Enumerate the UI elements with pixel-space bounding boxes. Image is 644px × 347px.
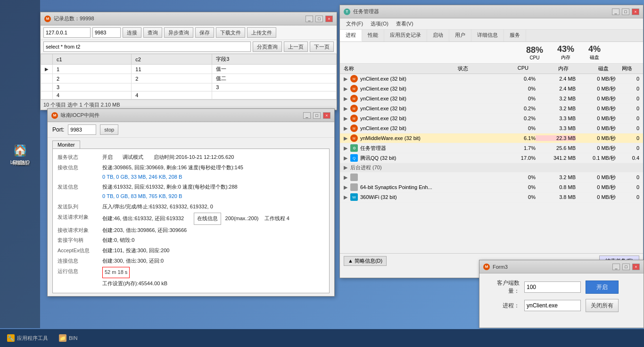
save-button[interactable]: 保存	[195, 27, 214, 38]
port-input[interactable]	[92, 27, 121, 38]
iocp-port-input[interactable]	[68, 124, 96, 135]
tab-performance[interactable]: 性能	[362, 30, 384, 41]
expand-icon[interactable]: ▶	[344, 145, 350, 151]
proc-disk-4: 0 MB/秒	[576, 115, 616, 122]
cell-c2: 11	[132, 65, 212, 74]
acceptex-label: AcceptEx信息	[58, 246, 95, 256]
summary-button[interactable]: ▲ 简略信息(D)	[344, 256, 387, 266]
proc-icon-3: M	[350, 105, 358, 112]
menu-options[interactable]: 选项(O)	[367, 19, 392, 28]
upload-button[interactable]: 上传文件	[247, 27, 276, 38]
col-status[interactable]: 状态	[458, 65, 488, 72]
taskman-minimize[interactable]: _	[612, 8, 619, 15]
async-query-button[interactable]: 异步查询	[164, 27, 193, 38]
main-title-icon: M	[44, 16, 51, 22]
menu-view[interactable]: 查看(V)	[392, 19, 417, 28]
col-c3[interactable]: 字段3	[212, 54, 337, 65]
expand-icon[interactable]: ▶	[344, 96, 350, 102]
form3-minimize[interactable]: _	[612, 264, 620, 270]
tab-app-history[interactable]: 应用历史记录	[384, 30, 427, 41]
close-all-button[interactable]: 关闭所有	[586, 299, 619, 312]
table-row[interactable]: ▶ M ynClient.exe (32 bit) 0.2% 3.2 MB 0 …	[340, 104, 643, 114]
monitor-tab[interactable]: Moniter	[52, 140, 80, 149]
tab-process[interactable]: 进程	[340, 30, 362, 41]
iocp-minimize[interactable]: _	[303, 112, 311, 119]
cell-c2	[132, 83, 212, 91]
query-button[interactable]: 查询	[143, 27, 162, 38]
sidebar-item-homegroup[interactable]: 🏠 家庭组	[11, 141, 30, 168]
row-indicator: ▶	[41, 65, 53, 74]
process-input[interactable]	[524, 300, 581, 311]
download-button[interactable]: 下载文件	[216, 27, 245, 38]
table-row[interactable]: ▶ M ynClient.exe (32 bit) 0.4% 2.4 MB 0 …	[340, 74, 643, 84]
taskman-menubar: 文件(F) 选项(O) 查看(V)	[340, 18, 643, 30]
proc-net-bg0: 0	[616, 174, 639, 180]
iocp-restore[interactable]: □	[313, 112, 321, 119]
table-row[interactable]: 2 2 值二	[41, 74, 337, 83]
taskbar-app-tool[interactable]: 🔧 应用程序工具	[2, 330, 53, 346]
restore-button[interactable]: □	[315, 16, 323, 22]
table-row[interactable]: ▶ 0% 3.2 MB 0 MB/秒 0	[340, 173, 643, 182]
proc-net-bg2: 0	[616, 194, 639, 200]
tab-services[interactable]: 服务	[504, 30, 526, 41]
iocp-close[interactable]: ×	[323, 112, 330, 119]
table-row[interactable]: ▶ W 360WiFi (32 bit) 0% 3.8 MB 0 MB/秒 0	[340, 192, 643, 202]
page-query-button[interactable]: 分页查询	[253, 41, 282, 52]
col-cpu[interactable]: CPU	[488, 65, 528, 72]
proc-name-6: ynMiddleWare.exe (32 bit)	[360, 135, 465, 141]
col-network[interactable]: 网络	[609, 65, 632, 72]
expand-icon[interactable]: ▶	[344, 194, 350, 200]
tab-details[interactable]: 详细信息	[471, 30, 504, 41]
expand-icon[interactable]: ▶	[344, 155, 350, 161]
table-row[interactable]: ▶ M ynClient.exe (32 bit) 0% 2.4 MB 0 MB…	[340, 84, 643, 94]
proc-name-3: ynClient.exe (32 bit)	[360, 106, 465, 111]
row-indicator	[41, 74, 53, 83]
table-row[interactable]: 3 3	[41, 83, 337, 91]
table-row[interactable]: ▶ M ynClient.exe (32 bit) 0.2% 3.3 MB 0 …	[340, 114, 643, 124]
form3-close[interactable]: ×	[632, 264, 640, 270]
table-row[interactable]: ▶ ⚙ 任务管理器 1.7% 25.6 MB 0 MB/秒 0	[340, 143, 643, 153]
bin-label: BIN	[69, 335, 77, 341]
query-input[interactable]	[43, 41, 251, 52]
ip-input[interactable]	[43, 27, 91, 38]
expand-icon[interactable]: ▶	[344, 86, 350, 92]
col-memory[interactable]: 内存	[528, 65, 569, 72]
prev-button[interactable]: 上一页	[284, 41, 308, 52]
expand-icon[interactable]: ▶	[344, 76, 350, 82]
table-row[interactable]: ▶ M ynMiddleWare.exe (32 bit) 6.1% 22.3 …	[340, 133, 643, 143]
expand-icon[interactable]: ▶	[344, 106, 350, 112]
bg-processes-header[interactable]: ▶ 后台进程 (70)	[340, 163, 643, 173]
col-disk[interactable]: 磁盘	[569, 65, 609, 72]
taskman-restore[interactable]: □	[622, 8, 629, 15]
close-button[interactable]: ×	[325, 16, 333, 22]
tab-users[interactable]: 用户	[449, 30, 471, 41]
taskbar-bin[interactable]: 📁 BIN	[54, 330, 82, 346]
expand-icon[interactable]: ▶	[344, 184, 350, 190]
monitor-queue-row: 发送队列 压入/弹出/完成/终止:619332, 619332, 619332,…	[58, 202, 324, 212]
col-name[interactable]: 名称	[344, 65, 458, 72]
expand-icon[interactable]: ▶	[344, 125, 350, 132]
expand-icon[interactable]: ▶	[344, 116, 350, 122]
start-button[interactable]: 开启	[586, 281, 619, 294]
table-row[interactable]: ▶ M ynClient.exe (32 bit) 0% 3.2 MB 0 MB…	[340, 94, 643, 104]
minimize-button[interactable]: _	[305, 16, 313, 22]
client-count-input[interactable]	[524, 281, 581, 293]
expand-icon[interactable]: ▶	[344, 174, 350, 181]
col-c1[interactable]: c1	[53, 54, 132, 65]
table-row[interactable]: ▶ Q 腾讯QQ (32 bit) 17.0% 341.2 MB 0.1 MB/…	[340, 153, 643, 163]
col-c2[interactable]: c2	[132, 54, 212, 65]
connect-button[interactable]: 连接	[123, 27, 141, 38]
table-row[interactable]: ▶ 64-bit Synaptics Pointing Enh... 0% 0.…	[340, 182, 643, 192]
next-button[interactable]: 下一页	[310, 41, 334, 52]
menu-file[interactable]: 文件(F)	[342, 19, 367, 28]
expand-icon[interactable]: ▶	[344, 135, 350, 141]
tab-startup[interactable]: 启动	[427, 30, 449, 41]
form3-restore[interactable]: □	[622, 264, 630, 270]
table-row[interactable]: ▶ M ynClient.exe (32 bit) 0% 3.3 MB 0 MB…	[340, 124, 643, 133]
stop-button[interactable]: stop	[100, 124, 118, 135]
table-row[interactable]: 4 4	[41, 91, 337, 99]
expand-icon[interactable]: ▶	[344, 165, 350, 171]
table-row[interactable]: ▶ 1 11 值一	[41, 65, 337, 74]
taskman-close[interactable]: ×	[632, 8, 639, 15]
cell-c3: 值一	[212, 65, 337, 74]
